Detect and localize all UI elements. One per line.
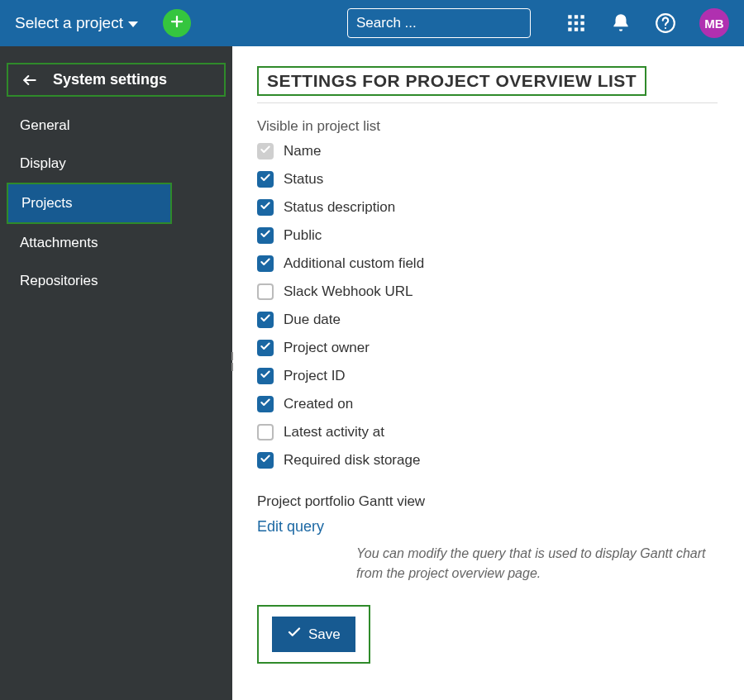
checkbox-label: Status [284, 171, 323, 188]
checkbox[interactable] [257, 340, 274, 356]
page-title: SETTINGS FOR PROJECT OVERVIEW LIST [257, 66, 646, 96]
svg-rect-12 [580, 27, 584, 31]
top-header: Select a project MB [0, 0, 744, 46]
check-icon [260, 200, 271, 215]
checkbox-label: Project ID [284, 368, 346, 384]
svg-rect-7 [568, 21, 571, 25]
sidebar-resize-handle[interactable] [231, 352, 233, 371]
sidebar-item-label: Attachments [20, 235, 98, 250]
visible-option-row: Created on [257, 396, 718, 412]
search-box[interactable] [347, 8, 531, 38]
checkbox-label: Public [284, 227, 322, 244]
visible-option-row: Latest activity at [257, 424, 718, 440]
check-icon [260, 312, 271, 327]
save-button-highlight: Save [257, 605, 370, 664]
sidebar-item-general[interactable]: General [0, 107, 232, 145]
edit-query-link[interactable]: Edit query [257, 518, 324, 536]
checkbox-label: Due date [284, 312, 341, 328]
sidebar-header[interactable]: System settings [7, 63, 226, 97]
svg-rect-9 [580, 21, 584, 25]
svg-rect-10 [568, 27, 571, 31]
sidebar: System settings GeneralDisplayProjectsAt… [0, 46, 232, 700]
visible-option-row: Due date [257, 312, 718, 328]
visible-option-row: Status [257, 171, 718, 188]
visible-option-row: Required disk storage [257, 452, 718, 469]
plus-icon [169, 14, 184, 32]
check-icon [260, 228, 271, 243]
svg-rect-4 [568, 15, 571, 18]
checkbox-label: Name [284, 143, 321, 160]
check-icon [260, 256, 271, 271]
svg-rect-11 [575, 27, 578, 31]
back-arrow-icon [21, 72, 38, 88]
visible-option-row: Status description [257, 199, 718, 216]
sidebar-item-repositories[interactable]: Repositories [0, 262, 232, 300]
visible-option-row: Slack Webhook URL [257, 283, 718, 300]
svg-point-14 [665, 27, 666, 29]
check-icon [260, 172, 271, 187]
main-content: SETTINGS FOR PROJECT OVERVIEW LIST Visib… [232, 46, 744, 700]
svg-rect-6 [580, 15, 584, 18]
visible-option-row: Name [257, 143, 718, 160]
checkbox[interactable] [257, 452, 274, 469]
checkbox-label: Project owner [284, 340, 370, 356]
visible-section-label: Visible in project list [257, 118, 718, 135]
check-icon [287, 625, 302, 644]
checkbox-label: Slack Webhook URL [284, 283, 413, 300]
checkbox[interactable] [257, 396, 274, 412]
bell-icon[interactable] [610, 12, 632, 34]
gantt-help-text: You can modify the query that is used to… [356, 544, 712, 583]
apps-icon[interactable] [565, 12, 587, 34]
checkbox[interactable] [257, 227, 274, 244]
checkbox-label: Created on [284, 396, 353, 412]
visible-option-row: Project owner [257, 340, 718, 356]
check-icon [260, 369, 271, 383]
sidebar-item-label: Display [20, 155, 66, 171]
check-icon [260, 397, 271, 412]
visible-option-row: Public [257, 227, 718, 244]
sidebar-item-display[interactable]: Display [0, 145, 232, 183]
visible-option-row: Project ID [257, 368, 718, 384]
add-button[interactable] [163, 9, 191, 37]
sidebar-item-projects[interactable]: Projects [7, 183, 172, 224]
checkbox[interactable] [257, 199, 274, 216]
sidebar-item-attachments[interactable]: Attachments [0, 224, 232, 262]
checkbox-label: Status description [284, 199, 395, 216]
project-selector[interactable]: Select a project [15, 14, 138, 32]
avatar-initials: MB [704, 17, 723, 31]
visible-option-row: Additional custom field [257, 255, 718, 272]
checkbox-label: Additional custom field [284, 255, 424, 272]
checkbox[interactable] [257, 368, 274, 384]
caret-down-icon [128, 21, 138, 27]
gantt-section-label: Project portfolio Gantt view [257, 493, 718, 510]
sidebar-item-label: General [20, 117, 69, 133]
sidebar-item-label: Projects [21, 195, 72, 211]
search-input[interactable] [356, 15, 532, 31]
sidebar-title: System settings [53, 71, 167, 88]
checkbox[interactable] [257, 283, 274, 300]
avatar[interactable]: MB [699, 8, 729, 38]
title-divider [257, 102, 718, 103]
checkbox-label: Latest activity at [284, 424, 384, 440]
checkbox[interactable] [257, 424, 274, 440]
project-selector-label: Select a project [15, 14, 123, 32]
check-icon [260, 144, 271, 159]
sidebar-item-label: Repositories [20, 273, 98, 288]
save-button[interactable]: Save [272, 617, 355, 652]
svg-rect-5 [575, 15, 578, 18]
svg-rect-8 [575, 21, 578, 25]
check-icon [260, 340, 271, 355]
save-button-label: Save [308, 626, 341, 643]
checkbox-label: Required disk storage [284, 452, 420, 469]
check-icon [260, 453, 271, 468]
checkbox[interactable] [257, 255, 274, 272]
checkbox[interactable] [257, 171, 274, 188]
checkbox[interactable] [257, 312, 274, 328]
help-icon[interactable] [655, 12, 676, 34]
checkbox [257, 143, 274, 160]
